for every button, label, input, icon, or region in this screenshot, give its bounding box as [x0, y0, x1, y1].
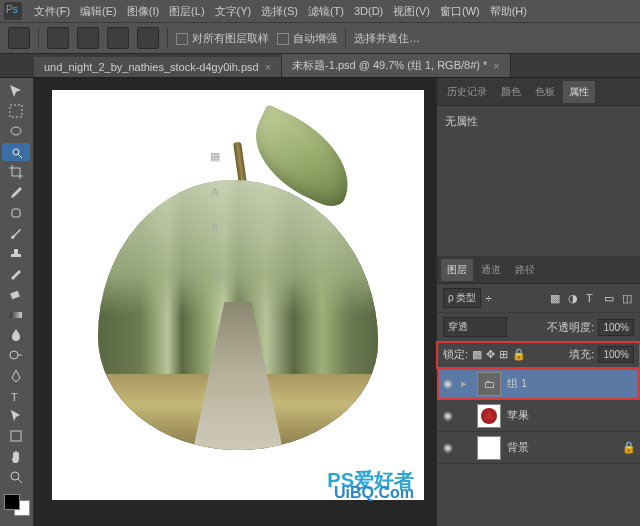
- svg-rect-3: [12, 209, 20, 217]
- tab-swatches[interactable]: 色板: [529, 81, 561, 103]
- options-bar: 对所有图层取样 自动增强 选择并遮住…: [0, 22, 640, 54]
- menu-edit[interactable]: 编辑(E): [76, 2, 121, 21]
- svg-rect-0: [10, 105, 22, 117]
- layer-thumbnail: [477, 436, 501, 460]
- gradient-tool[interactable]: [2, 305, 30, 323]
- filter-pixel-icon[interactable]: ▩: [550, 292, 562, 304]
- menu-help[interactable]: 帮助(H): [486, 2, 531, 21]
- artwork-apple: [98, 160, 378, 450]
- fill-input[interactable]: 100%: [598, 346, 634, 363]
- document-tabs: und_night_2_by_nathies_stock-d4gy0ih.psd…: [0, 54, 640, 78]
- document-tab[interactable]: und_night_2_by_nathies_stock-d4gy0ih.psd…: [34, 57, 282, 77]
- svg-point-2: [13, 149, 19, 155]
- app-logo: [4, 2, 22, 20]
- svg-point-1: [11, 127, 21, 135]
- opacity-input[interactable]: 100%: [598, 319, 634, 336]
- watermark-url: UiBQ.Com: [334, 484, 414, 502]
- dodge-tool[interactable]: [2, 346, 30, 364]
- filter-adjust-icon[interactable]: ◑: [568, 292, 580, 304]
- no-properties-label: 无属性: [445, 114, 632, 129]
- tab-label: 未标题-1.psd @ 49.7% (组 1, RGB/8#) *: [292, 58, 487, 73]
- menu-image[interactable]: 图像(I): [123, 2, 163, 21]
- layer-name[interactable]: 苹果: [507, 408, 529, 423]
- filter-type-icon[interactable]: T: [586, 292, 598, 304]
- lock-position-icon[interactable]: ✥: [486, 348, 495, 361]
- marquee-tool[interactable]: [2, 102, 30, 120]
- tab-history[interactable]: 历史记录: [441, 81, 493, 103]
- path-select-tool[interactable]: [2, 407, 30, 425]
- tab-layers[interactable]: 图层: [441, 259, 473, 281]
- menu-file[interactable]: 文件(F): [30, 2, 74, 21]
- right-panels: 历史记录 颜色 色板 属性 无属性 图层 通道 路径 ρ 类型 ÷ ▩ ◑ T …: [436, 78, 640, 526]
- zoom-tool[interactable]: [2, 468, 30, 486]
- eyedropper-tool[interactable]: [2, 184, 30, 202]
- brush-size-button[interactable]: [137, 27, 159, 49]
- auto-enhance-checkbox[interactable]: 自动增强: [277, 31, 337, 46]
- healing-tool[interactable]: [2, 204, 30, 222]
- layer-list: ◉ ▸ 🗀 组 1 ◉ 苹果 ◉ 背景 🔒: [437, 368, 640, 526]
- menu-type[interactable]: 文字(Y): [211, 2, 256, 21]
- menu-select[interactable]: 选择(S): [257, 2, 302, 21]
- subtract-selection-button[interactable]: [107, 27, 129, 49]
- canvas-area[interactable]: PS爱好者 UiBQ.Com ▦ A ¶ ⬡: [34, 78, 436, 526]
- fill-label: 填充:: [569, 347, 594, 362]
- filter-smart-icon[interactable]: ◫: [622, 292, 634, 304]
- brush-tool[interactable]: [2, 224, 30, 242]
- filter-kind-dropdown[interactable]: ρ 类型: [443, 288, 481, 308]
- hand-tool[interactable]: [2, 448, 30, 466]
- layer-group[interactable]: ◉ ▸ 🗀 组 1: [437, 368, 640, 400]
- menu-3d[interactable]: 3D(D): [350, 3, 387, 19]
- tool-preset-button[interactable]: [8, 27, 30, 49]
- tab-channels[interactable]: 通道: [475, 259, 507, 281]
- lock-pixels-icon[interactable]: ▩: [472, 348, 482, 361]
- paragraph-icon[interactable]: ¶: [206, 222, 224, 240]
- stamp-tool[interactable]: [2, 245, 30, 263]
- foreground-color[interactable]: [4, 494, 20, 510]
- svg-rect-5: [10, 312, 22, 318]
- layer-apple[interactable]: ◉ 苹果: [437, 400, 640, 432]
- swatches-icon[interactable]: ▦: [206, 150, 224, 168]
- quick-select-tool[interactable]: [2, 143, 30, 161]
- shape-tool[interactable]: [2, 427, 30, 445]
- filter-shape-icon[interactable]: ▭: [604, 292, 616, 304]
- opacity-label: 不透明度:: [547, 320, 594, 335]
- menu-filter[interactable]: 滤镜(T): [304, 2, 348, 21]
- 3d-icon[interactable]: ⬡: [206, 270, 224, 288]
- menu-window[interactable]: 窗口(W): [436, 2, 484, 21]
- layer-background[interactable]: ◉ 背景 🔒: [437, 432, 640, 464]
- visibility-icon[interactable]: ◉: [441, 409, 455, 423]
- canvas[interactable]: PS爱好者 UiBQ.Com: [52, 90, 424, 500]
- menu-view[interactable]: 视图(V): [389, 2, 434, 21]
- layer-name[interactable]: 背景: [507, 440, 529, 455]
- blur-tool[interactable]: [2, 326, 30, 344]
- menu-layer[interactable]: 图层(L): [165, 2, 208, 21]
- sample-all-checkbox[interactable]: 对所有图层取样: [176, 31, 269, 46]
- history-brush-tool[interactable]: [2, 265, 30, 283]
- svg-rect-8: [11, 431, 21, 441]
- type-tool[interactable]: T: [2, 387, 30, 405]
- lock-all-icon[interactable]: 🔒: [512, 348, 526, 361]
- tab-paths[interactable]: 路径: [509, 259, 541, 281]
- tab-color[interactable]: 颜色: [495, 81, 527, 103]
- lasso-tool[interactable]: [2, 123, 30, 141]
- pen-tool[interactable]: [2, 366, 30, 384]
- move-tool[interactable]: [2, 82, 30, 100]
- crop-tool[interactable]: [2, 163, 30, 181]
- layer-name[interactable]: 组 1: [507, 376, 527, 391]
- visibility-icon[interactable]: ◉: [441, 441, 455, 455]
- close-icon[interactable]: ×: [265, 61, 271, 73]
- blend-mode-dropdown[interactable]: 穿透: [443, 317, 507, 337]
- refine-edge-button[interactable]: 选择并遮住…: [354, 31, 420, 46]
- dropdown-icon: ÷: [485, 292, 491, 304]
- tab-properties[interactable]: 属性: [563, 81, 595, 103]
- add-selection-button[interactable]: [77, 27, 99, 49]
- chevron-icon[interactable]: ▸: [461, 377, 471, 390]
- character-icon[interactable]: A: [206, 186, 224, 204]
- close-icon[interactable]: ×: [493, 60, 499, 72]
- document-tab-active[interactable]: 未标题-1.psd @ 49.7% (组 1, RGB/8#) * ×: [282, 54, 511, 77]
- color-swatch[interactable]: [4, 494, 30, 516]
- lock-artboard-icon[interactable]: ⊞: [499, 348, 508, 361]
- eraser-tool[interactable]: [2, 285, 30, 303]
- new-selection-button[interactable]: [47, 27, 69, 49]
- visibility-icon[interactable]: ◉: [441, 377, 455, 391]
